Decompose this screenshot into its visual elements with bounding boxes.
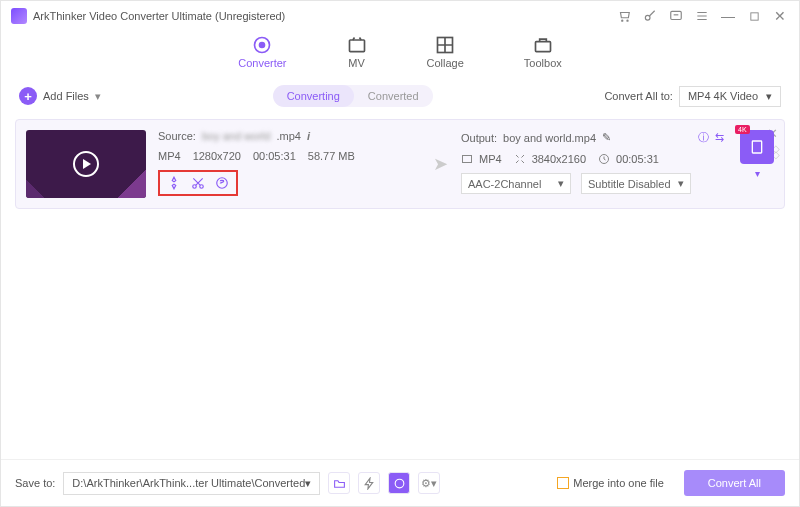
edit-tools-highlight (158, 170, 238, 196)
out-duration: 00:05:31 (616, 153, 659, 165)
format-selected: MP4 4K Video (688, 90, 758, 102)
rename-icon[interactable]: ✎ (602, 131, 611, 144)
arrow-right-icon: ➤ (433, 153, 449, 175)
open-folder-icon[interactable] (328, 472, 350, 494)
output-filename: boy and world.mp4 (503, 132, 596, 144)
tab-label: Collage (427, 57, 464, 69)
footer: Save to: D:\ArkThinker\ArkThink...ter Ul… (1, 459, 799, 506)
source-resolution: 1280x720 (193, 150, 241, 162)
out-format: MP4 (479, 153, 502, 165)
svg-rect-7 (349, 40, 364, 52)
output-format-select[interactable]: MP4 4K Video ▾ (679, 86, 781, 107)
tab-mv[interactable]: MV (347, 35, 367, 69)
output-label: Output: (461, 132, 497, 144)
profile-4k-icon (740, 130, 774, 164)
cut-icon[interactable] (190, 175, 206, 191)
source-duration: 00:05:31 (253, 150, 296, 162)
chevron-down-icon: ▾ (678, 177, 684, 190)
convert-all-button[interactable]: Convert All (684, 470, 785, 496)
output-profile[interactable]: ▾ (740, 130, 774, 198)
source-label: Source: (158, 130, 196, 142)
subtitle-select[interactable]: Subtitle Disabled▾ (581, 173, 691, 194)
main-tabs: Converter MV Collage Toolbox (1, 31, 799, 79)
svg-point-16 (395, 479, 404, 488)
file-item: ✕ ◇◇ Source: boy and world.mp4 i MP4 128… (15, 119, 785, 209)
save-path: D:\ArkThinker\ArkThink...ter Ultimate\Co… (72, 477, 305, 489)
chevron-down-icon: ▾ (755, 168, 760, 179)
toolbar: + Add Files ▾ Converting Converted Conve… (1, 79, 799, 113)
tab-label: Toolbox (524, 57, 562, 69)
edit-icon[interactable] (214, 175, 230, 191)
pill-converted[interactable]: Converted (354, 85, 433, 107)
collage-icon (435, 35, 455, 55)
maximize-icon[interactable] (745, 7, 763, 25)
tab-converter[interactable]: Converter (238, 35, 286, 69)
cart-icon[interactable] (615, 7, 633, 25)
pill-converting[interactable]: Converting (273, 85, 354, 107)
titlebar: ArkThinker Video Converter Ultimate (Unr… (1, 1, 799, 31)
svg-point-1 (627, 20, 628, 21)
tab-toolbox[interactable]: Toolbox (524, 35, 562, 69)
settings-output-icon[interactable]: ⇆ (715, 131, 724, 144)
checkbox-icon (557, 477, 569, 489)
video-icon (461, 153, 473, 165)
play-icon (73, 151, 99, 177)
source-size: 58.77 MB (308, 150, 355, 162)
chevron-down-icon: ▾ (305, 477, 311, 490)
add-files-label: Add Files (43, 90, 89, 102)
resolution-icon (514, 153, 526, 165)
tab-label: MV (348, 57, 365, 69)
window-title: ArkThinker Video Converter Ultimate (Unr… (33, 10, 285, 22)
chevron-down-icon: ▾ (558, 177, 564, 190)
merge-checkbox[interactable]: Merge into one file (557, 477, 664, 489)
info-output-icon[interactable]: ⓘ (698, 130, 709, 145)
merge-label: Merge into one file (573, 477, 664, 489)
source-format: MP4 (158, 150, 181, 162)
plus-icon: + (19, 87, 37, 105)
source-column: Source: boy and world.mp4 i MP4 1280x720… (158, 130, 421, 198)
menu-icon[interactable] (693, 7, 711, 25)
save-path-select[interactable]: D:\ArkThinker\ArkThink...ter Ultimate\Co… (63, 472, 320, 495)
video-thumbnail[interactable] (26, 130, 146, 198)
tab-label: Converter (238, 57, 286, 69)
key-icon[interactable] (641, 7, 659, 25)
tab-collage[interactable]: Collage (427, 35, 464, 69)
out-resolution: 3840x2160 (532, 153, 586, 165)
source-ext: .mp4 (276, 130, 300, 142)
svg-point-6 (260, 43, 265, 48)
converter-icon (252, 35, 272, 55)
source-filename: boy and world (202, 130, 271, 142)
mv-icon (347, 35, 367, 55)
convert-all-label: Convert All to: (604, 90, 672, 102)
hardware-accel-icon[interactable] (358, 472, 380, 494)
chevron-down-icon: ▾ (766, 90, 772, 103)
svg-point-0 (622, 20, 623, 21)
svg-rect-15 (752, 141, 761, 153)
feedback-icon[interactable] (667, 7, 685, 25)
app-logo-icon (11, 8, 27, 24)
convert-all-to: Convert All to: MP4 4K Video ▾ (604, 86, 781, 107)
info-icon[interactable]: i (307, 130, 310, 142)
output-column: Output: boy and world.mp4 ✎ ⓘ ⇆ MP4 3840… (461, 130, 724, 198)
minimize-icon[interactable]: — (719, 7, 737, 25)
status-pills: Converting Converted (273, 85, 433, 107)
save-to-label: Save to: (15, 477, 55, 489)
clock-icon (598, 153, 610, 165)
svg-rect-13 (463, 156, 472, 163)
audio-select[interactable]: AAC-2Channel▾ (461, 173, 571, 194)
chevron-down-icon: ▾ (95, 90, 101, 103)
add-files-button[interactable]: + Add Files ▾ (19, 87, 101, 105)
compress-icon[interactable] (166, 175, 182, 191)
svg-rect-9 (535, 42, 550, 52)
high-speed-icon[interactable] (388, 472, 410, 494)
svg-rect-4 (750, 12, 757, 19)
svg-point-2 (645, 15, 650, 20)
close-icon[interactable]: ✕ (771, 7, 789, 25)
settings-icon[interactable]: ⚙▾ (418, 472, 440, 494)
toolbox-icon (533, 35, 553, 55)
